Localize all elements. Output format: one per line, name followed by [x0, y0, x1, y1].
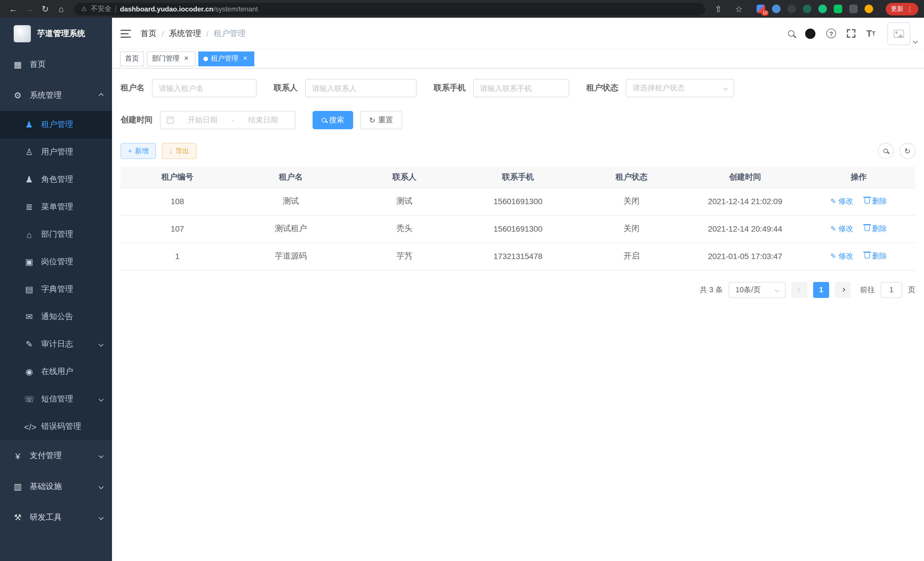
mobile-input[interactable]	[480, 84, 562, 92]
tenant-name-input[interactable]	[159, 84, 250, 92]
prev-page-button[interactable]	[791, 282, 807, 298]
sidebar-item[interactable]: ⌂ 部门管理	[0, 221, 112, 248]
tool-icon: ⚒	[13, 512, 23, 523]
date-separator: -	[232, 116, 234, 124]
status-label: 租户状态	[586, 83, 618, 93]
browser-menu-icon[interactable]: ⋮	[906, 5, 913, 13]
sidebar-item[interactable]: ✎ 审计日志	[0, 331, 112, 358]
sidebar-item[interactable]: ▤ 字典管理	[0, 276, 112, 303]
sidebar-item-label: 首页	[30, 59, 103, 70]
refresh-table-button[interactable]: ↻	[899, 143, 915, 159]
search-button[interactable]: 搜索	[313, 111, 353, 129]
next-page-button[interactable]	[835, 282, 851, 298]
sidebar-item[interactable]: ≣ 菜单管理	[0, 193, 112, 221]
divider	[116, 5, 116, 12]
sidebar-item[interactable]: </> 错误码管理	[0, 413, 112, 440]
hamburger-icon[interactable]	[121, 29, 131, 38]
back-icon[interactable]: ←	[6, 0, 21, 18]
tab-label: 部门管理	[152, 54, 179, 63]
breadcrumb-item[interactable]: 首页 /	[141, 28, 169, 39]
sidebar-item[interactable]: ⚒ 研发工具	[0, 502, 112, 533]
warning-icon: ⚠	[81, 5, 87, 13]
browser-update-button[interactable]: 更新 ⋮	[886, 3, 918, 15]
table-row: 108 测试 测试 15601691300 关闭 2021-12-14 21:0…	[121, 188, 915, 215]
tab-close-icon[interactable]: ×	[241, 55, 249, 63]
sidebar-item[interactable]: ◉ 在线用户	[0, 358, 112, 385]
table-header-cell: 联系手机	[461, 167, 574, 188]
fullscreen-icon[interactable]	[847, 29, 855, 38]
page-size-select[interactable]: 10条/页	[729, 282, 786, 298]
sidebar-item[interactable]: ♙ 用户管理	[0, 138, 112, 166]
share-icon[interactable]: ⇧	[711, 0, 726, 18]
edit-button[interactable]: ✎修改	[830, 251, 853, 262]
sidebar-item[interactable]: ¥ 支付管理	[0, 440, 112, 471]
sidebar-item[interactable]: ▥ 基础设施	[0, 471, 112, 502]
filter-row-1: 租户名 联系人 联系手机	[121, 79, 915, 97]
cell-actions: ✎修改 删除	[802, 188, 915, 215]
tab[interactable]: 部门管理 ×	[147, 51, 195, 66]
font-size-icon[interactable]: TT	[866, 29, 875, 38]
extension-icon[interactable]	[788, 5, 796, 13]
extension-icon[interactable]	[865, 5, 873, 13]
avatar[interactable]	[887, 22, 910, 45]
system-icon: ⚙	[13, 90, 23, 101]
infra-icon: ▥	[13, 481, 23, 492]
tab-close-icon[interactable]: ×	[182, 55, 190, 63]
sidebar-item[interactable]: ⚙ 系统管理	[0, 80, 112, 111]
cell-tenant-name: 测试	[234, 188, 347, 215]
contact-input[interactable]	[312, 84, 410, 92]
delete-button[interactable]: 删除	[865, 224, 887, 234]
toggle-search-button[interactable]	[878, 143, 894, 159]
extension-icon[interactable]	[818, 5, 827, 13]
sidebar-item[interactable]: ♟ 租户管理	[0, 111, 112, 138]
page-number-button[interactable]: 1	[813, 282, 829, 298]
extension-icon[interactable]	[834, 5, 842, 13]
home-icon[interactable]: ⌂	[54, 0, 69, 18]
errcode-icon: </>	[24, 422, 34, 432]
extension-icon[interactable]	[803, 5, 812, 13]
delete-button[interactable]: 删除	[865, 196, 887, 206]
edit-button[interactable]: ✎修改	[830, 196, 853, 207]
breadcrumb-item[interactable]: 租户管理 /	[214, 28, 246, 39]
sidebar-item[interactable]: ♟ 角色管理	[0, 166, 112, 193]
delete-button[interactable]: 删除	[865, 251, 887, 261]
user-avatar-dropdown[interactable]	[887, 22, 917, 45]
export-button[interactable]: ↓ 导出	[162, 143, 196, 159]
extension-icon[interactable]	[772, 5, 781, 13]
sidebar-item[interactable]: ▣ 岗位管理	[0, 248, 112, 276]
search-button-label: 搜索	[329, 115, 344, 125]
page-jumper-input[interactable]	[880, 282, 902, 298]
breadcrumb-item[interactable]: 系统管理 /	[169, 28, 214, 39]
status-select[interactable]: 请选择租户状态	[626, 79, 734, 97]
edit-button[interactable]: ✎修改	[830, 224, 853, 234]
address-bar[interactable]: ⚠ 不安全 dashboard.yudao.iocoder.cn/system/…	[74, 3, 705, 15]
reset-button[interactable]: ↻ 重置	[360, 111, 402, 129]
bookmark-star-icon[interactable]: ☆	[731, 0, 746, 18]
cell-created: 2021-01-05 17:03:47	[688, 242, 802, 270]
table-row: 1 芋道源码 芋艿 17321315478 开启 2021-01-05 17:0…	[121, 242, 915, 270]
help-icon[interactable]: ?	[826, 29, 836, 38]
sidebar-item[interactable]: ☏ 短信管理	[0, 385, 112, 413]
extension-icon[interactable]	[849, 5, 858, 13]
breadcrumb-separator: /	[162, 29, 164, 38]
date-range-picker[interactable]: 开始日期 - 结束日期	[160, 111, 296, 129]
tab[interactable]: 首页	[120, 51, 144, 66]
sidebar-item-label: 在线用户	[41, 367, 103, 377]
sidebar-item-label: 角色管理	[41, 174, 103, 185]
sidebar-item[interactable]: ✉ 通知公告	[0, 303, 112, 331]
logo[interactable]: 芋道管理系统	[0, 18, 112, 49]
tab[interactable]: 租户管理 ×	[198, 51, 254, 66]
delete-label: 删除	[872, 251, 887, 261]
add-button[interactable]: + 新增	[121, 143, 156, 159]
page-content: 租户名 联系人 联系手机	[112, 69, 924, 561]
search-icon[interactable]	[788, 30, 794, 37]
edit-icon: ✎	[830, 225, 836, 233]
table-header-cell: 租户状态	[575, 167, 688, 188]
github-icon[interactable]	[805, 28, 815, 39]
export-button-label: 导出	[176, 146, 189, 156]
forward-icon[interactable]: →	[22, 0, 37, 18]
reload-icon[interactable]: ↻	[38, 0, 52, 18]
sidebar-item[interactable]: ▦ 首页	[0, 49, 112, 80]
extension-icon[interactable]: 10	[757, 5, 765, 13]
broken-image-icon	[894, 29, 904, 38]
